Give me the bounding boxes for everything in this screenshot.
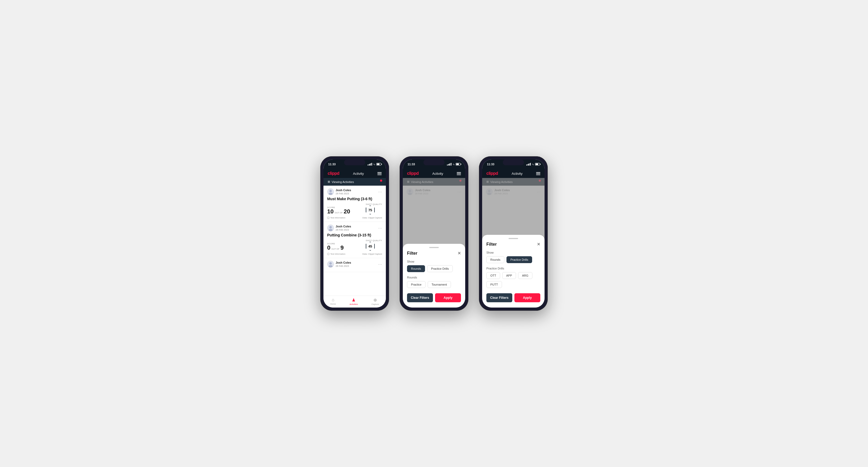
show-buttons-2: Rounds Practice Drills: [407, 265, 461, 272]
header-title-2: Activity: [432, 172, 443, 176]
hamburger-menu-3[interactable]: [536, 172, 540, 175]
user-name-3: Josh Coles: [336, 261, 351, 264]
filter-sheet-2: Filter ✕ Show Rounds Practice Drills Rou…: [403, 244, 465, 308]
status-time-3: 11:33: [487, 163, 494, 166]
hamburger-menu-1[interactable]: [377, 172, 382, 175]
shots-value-2: 9: [340, 245, 344, 251]
practice-drills-btn-3[interactable]: Practice Drills: [506, 256, 532, 263]
nav-capture-label: Capture: [372, 303, 379, 305]
nav-activities-label: Activities: [350, 303, 358, 305]
user-name-2: Josh Coles: [336, 225, 351, 228]
logo-2: clippd: [407, 171, 418, 176]
home-icon: ⌂: [332, 298, 335, 302]
activity-card-1: Josh Coles 28 Feb 2023 ··· Must Make Put…: [323, 186, 386, 222]
logo-1: clippd: [328, 171, 339, 176]
tournament-btn-2[interactable]: Tournament: [428, 281, 451, 288]
data-source-1: Data: Clippd Capture: [362, 217, 382, 219]
activity-list[interactable]: Josh Coles 28 Feb 2023 ··· Must Make Put…: [323, 186, 386, 295]
user-info-1: Josh Coles 28 Feb 2023: [327, 188, 351, 195]
sheet-handle-2: [429, 247, 439, 248]
stats-row-2: Score 0 OUT OF 9 Shot Quality 45: [327, 239, 382, 251]
notch-pill-3: [503, 159, 524, 165]
activity-card-2: Josh Coles 28 Feb 2023 ··· Putting Combi…: [323, 222, 386, 258]
status-icons-2: ∿: [447, 163, 460, 166]
more-options-2[interactable]: ···: [378, 226, 382, 230]
rounds-btn-2[interactable]: Rounds: [407, 265, 425, 272]
apply-btn-3[interactable]: Apply: [515, 293, 540, 302]
sheet-footer-2: Clear Filters Apply: [407, 293, 461, 302]
logo-3: clippd: [486, 171, 498, 176]
nav-home[interactable]: ⌂ Home: [330, 298, 336, 305]
practice-btn-2[interactable]: Practice: [407, 281, 426, 288]
show-label-2: Show: [407, 260, 461, 263]
status-time-2: 11:33: [408, 163, 415, 166]
out-of-text-1: OUT OF: [335, 212, 342, 214]
phone-1-screen: 11:33 ∿ clippd Activity: [323, 159, 386, 308]
user-date-3: 28 Feb 2023: [336, 265, 351, 267]
phone-2-content: ⊞ Viewing Activities: [403, 178, 465, 308]
phone-2-screen: 11:33 ∿ clippd Activity: [403, 159, 465, 308]
filter-close-2[interactable]: ✕: [458, 251, 461, 256]
phone-2: 11:33 ∿ clippd Activity: [400, 156, 468, 311]
score-value-2: 0: [327, 245, 330, 251]
info-icon-2: i: [327, 253, 330, 255]
apply-btn-2[interactable]: Apply: [435, 293, 461, 302]
putt-btn-3[interactable]: PUTT: [486, 281, 502, 288]
arg-btn-3[interactable]: ARG: [518, 272, 532, 279]
wifi-icon: ∿: [373, 163, 375, 166]
phone-3: 11:33 ∿ clippd Activity: [479, 156, 548, 311]
card-1-footer: i Test Information Data: Clippd Capture: [327, 217, 382, 219]
footer-info-2: i Test Information: [327, 253, 345, 255]
phone-3-content: ⊞ Viewing Activities: [482, 178, 545, 308]
show-section-3: Show Rounds Practice Drills: [486, 251, 540, 263]
user-date-1: 28 Feb 2023: [336, 192, 351, 195]
signal-icon: [368, 163, 372, 165]
card-3-header: Josh Coles 28 Feb 2023 ···: [327, 261, 382, 268]
activity-title-2: Putting Combine (3-15 ft): [327, 233, 382, 237]
score-group-2: Score 0 OUT OF 9: [327, 243, 344, 251]
card-2-footer: i Test Information Data: Clippd Capture: [327, 253, 382, 255]
out-of-text-2: OUT OF: [331, 248, 339, 250]
viewing-bar-1[interactable]: ⊞ Viewing Activities: [323, 178, 386, 186]
ott-btn-3[interactable]: OTT: [486, 272, 500, 279]
svg-point-4: [329, 226, 332, 228]
nav-activities[interactable]: ♟ Activities: [350, 298, 358, 305]
sheet-header-2: Filter ✕: [407, 251, 461, 256]
user-name-1: Josh Coles: [336, 189, 351, 192]
filter-title-2: Filter: [407, 251, 417, 256]
rounds-filter-buttons-2: Practice Tournament: [407, 281, 461, 288]
practice-drills-section-3: Practice Drills OTT APP ARG PUTT: [486, 267, 540, 288]
filter-icon-1: ⊞: [328, 180, 330, 184]
rounds-btn-3[interactable]: Rounds: [486, 256, 504, 263]
signal-icon-3: [526, 163, 531, 165]
score-group-1: Score 10 OUT OF 20: [327, 206, 350, 214]
sheet-handle-3: [508, 238, 518, 239]
info-icon-1: i: [327, 217, 330, 219]
activities-icon: ♟: [352, 298, 355, 303]
more-options-3[interactable]: ···: [378, 262, 382, 266]
rounds-section-label-2: Rounds: [407, 276, 461, 279]
phone-3-screen: 11:33 ∿ clippd Activity: [482, 159, 545, 308]
header-title-3: Activity: [512, 172, 522, 176]
clear-filters-btn-2[interactable]: Clear Filters: [407, 293, 433, 302]
app-header-1: clippd Activity: [323, 169, 386, 178]
status-icons-1: ∿: [368, 163, 381, 166]
clear-filters-btn-3[interactable]: Clear Filters: [486, 293, 512, 302]
svg-point-7: [329, 262, 332, 265]
avatar-2: [327, 224, 334, 231]
bottom-nav-1: ⌂ Home ♟ Activities ⊕ Capture: [323, 295, 386, 308]
practice-drills-btn-2[interactable]: Practice Drills: [427, 265, 453, 272]
app-btn-3[interactable]: APP: [502, 272, 516, 279]
app-header-3: clippd Activity: [482, 169, 545, 178]
hamburger-menu-2[interactable]: [457, 172, 461, 175]
app-header-2: clippd Activity: [403, 169, 465, 178]
nav-capture[interactable]: ⊕ Capture: [372, 298, 379, 305]
more-options-1[interactable]: ···: [378, 190, 382, 194]
capture-icon: ⊕: [373, 298, 377, 303]
score-out-of-1: 10 OUT OF 20: [327, 209, 350, 214]
modal-overlay-2: Filter ✕ Show Rounds Practice Drills Rou…: [403, 178, 465, 308]
wifi-icon-2: ∿: [453, 163, 455, 166]
filter-close-3[interactable]: ✕: [537, 242, 540, 247]
card-2-header: Josh Coles 28 Feb 2023 ···: [327, 224, 382, 231]
scene: 11:33 ∿ clippd Activity: [310, 141, 558, 326]
